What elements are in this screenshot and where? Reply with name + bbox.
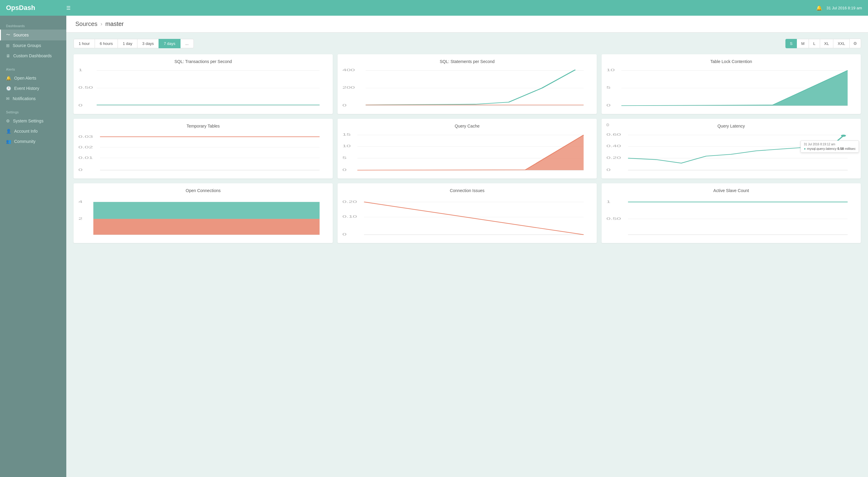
tooltip-dot: ● [804,147,806,150]
chart-area-temp-tables: 0.03 0.02 0.01 0 [79,131,328,174]
breadcrumb-separator: › [100,21,102,27]
sidebar-item-open-alerts[interactable]: 🔔 Open Alerts [0,73,66,83]
sidebar-label-community: Community [14,139,36,144]
svg-text:0.01: 0.01 [79,156,93,160]
breadcrumb-parent[interactable]: Sources [75,21,97,27]
size-btn-l[interactable]: L [809,39,820,48]
time-btn-6hours[interactable]: 6 hours [95,39,118,48]
sidebar: Dashboards 〜 Sources ⊞ Source Groups 🖥 C… [0,16,66,477]
chart-grid: SQL: Transactions per Second 1 0.50 0 [73,54,861,243]
svg-text:4: 4 [79,200,83,204]
bell-icon[interactable]: 🔔 [816,5,822,11]
mail-icon: ✉ [6,96,10,101]
chart-area-open-connections: 4 2 [79,196,328,238]
chart-settings-icon[interactable]: ⚙ [606,122,610,127]
chart-open-connections: Open Connections 4 2 [73,183,333,243]
chart-title-connection-issues: Connection Issues [342,188,592,193]
chart-title-open-connections: Open Connections [79,188,328,193]
svg-text:200: 200 [342,86,355,90]
chart-title-temp-tables: Temporary Tables [79,124,328,128]
svg-text:5: 5 [342,156,347,160]
sidebar-item-sources[interactable]: 〜 Sources [0,30,66,40]
sidebar-label-account-info: Account Info [14,129,38,133]
chart-title-active-slave-count: Active Slave Count [607,188,856,193]
chart-table-lock: Table Lock Contention 10 5 0 [601,54,861,114]
svg-text:0.20: 0.20 [607,156,621,160]
svg-text:0.03: 0.03 [79,135,93,139]
chart-tooltip: 31 Jul 2016 8:19:12 am ●mysql.query-late… [801,141,859,153]
chart-query-latency: ⚙ Query Latency 31 Jul 2016 8:19:12 am ●… [601,119,861,179]
time-btn-3days[interactable]: 3 days [137,39,159,48]
chart-sql-sps: SQL: Statements per Second 400 200 0 [338,54,597,114]
time-range-toolbar: 1 hour 6 hours 1 day 3 days 7 days ... S… [73,38,861,48]
main-layout: Dashboards 〜 Sources ⊞ Source Groups 🖥 C… [0,16,868,477]
menu-icon[interactable]: ☰ [66,5,70,11]
bell-alert-icon: 🔔 [6,76,11,81]
header: OpsDash ☰ 🔔 31 Jul 2016 8:19 am [0,0,868,16]
chart-temp-tables: Temporary Tables 0.03 0.02 0.01 0 [73,119,333,179]
tooltip-metric: ●mysql.query-latency 0.58 millisec [804,147,856,150]
chart-title-sql-tps: SQL: Transactions per Second [79,59,328,64]
community-icon: 👥 [6,139,11,144]
svg-text:2: 2 [79,217,83,221]
size-btn-xl[interactable]: XL [820,39,834,48]
size-btn-group: S M L XL XXL ⚙ [785,38,861,48]
svg-text:10: 10 [342,144,351,148]
monitor-icon: 🖥 [6,53,10,58]
history-icon: 🕐 [6,86,11,91]
chart-area-active-slave-count: 1 0.50 [607,196,856,238]
sidebar-item-event-history[interactable]: 🕐 Event History [0,83,66,93]
svg-text:1: 1 [79,68,83,72]
sidebar-label-sources: Sources [13,33,29,37]
sidebar-item-community[interactable]: 👥 Community [0,136,66,147]
svg-text:0.50: 0.50 [607,217,621,221]
grid-icon: ⊞ [6,43,10,48]
svg-text:0: 0 [342,103,347,107]
chart-title-query-cache: Query Cache [342,124,592,128]
chart-area-query-latency: 31 Jul 2016 8:19:12 am ●mysql.query-late… [607,131,856,174]
svg-text:0: 0 [342,168,347,172]
chart-connection-issues: Connection Issues 0.20 0.10 0 [338,183,597,243]
size-btn-m[interactable]: M [797,39,809,48]
chart-title-table-lock: Table Lock Contention [607,59,856,64]
svg-text:10: 10 [607,68,615,72]
size-btn-xxl[interactable]: XXL [833,39,849,48]
gear-icon: ⚙ [6,119,10,123]
chart-area-sql-tps: 1 0.50 0 [79,67,328,109]
svg-text:1: 1 [607,200,611,204]
sidebar-label-system-settings: System Settings [13,119,43,123]
time-btn-7days[interactable]: 7 days [158,39,180,48]
sidebar-label-event-history: Event History [14,86,39,91]
svg-text:400: 400 [342,68,355,72]
sidebar-label-source-groups: Source Groups [13,43,41,48]
sidebar-section-settings: Settings [0,107,66,116]
sidebar-item-system-settings[interactable]: ⚙ System Settings [0,116,66,126]
time-btn-1day[interactable]: 1 day [118,39,137,48]
svg-text:5: 5 [607,86,611,90]
chart-query-cache: Query Cache 15 10 5 0 [338,119,597,179]
user-icon: 👤 [6,129,11,133]
tooltip-datetime: 31 Jul 2016 8:19:12 am [804,143,856,146]
size-btn-s[interactable]: S [785,39,797,48]
chart-settings-button[interactable]: ⚙ [849,38,861,48]
svg-text:15: 15 [342,133,351,137]
svg-text:0.02: 0.02 [79,146,93,149]
svg-text:0.10: 0.10 [342,215,357,218]
svg-text:0: 0 [79,168,83,172]
sidebar-label-open-alerts: Open Alerts [14,76,36,81]
time-btn-1hour[interactable]: 1 hour [73,39,95,48]
chart-active-slave-count: Active Slave Count 1 0.50 [601,183,861,243]
time-btn-more[interactable]: ... [180,39,194,48]
content-area: 1 hour 6 hours 1 day 3 days 7 days ... S… [66,33,868,477]
chart-sql-tps: SQL: Transactions per Second 1 0.50 0 [73,54,333,114]
sidebar-item-custom-dashboards[interactable]: 🖥 Custom Dashboards [0,51,66,61]
logo: OpsDash [6,4,66,12]
sidebar-item-source-groups[interactable]: ⊞ Source Groups [0,40,66,51]
svg-text:0: 0 [79,103,83,107]
sidebar-item-account-info[interactable]: 👤 Account Info [0,126,66,136]
sidebar-item-notifications[interactable]: ✉ Notifications [0,93,66,104]
svg-text:0.60: 0.60 [607,133,621,137]
chart-area-connection-issues: 0.20 0.10 0 [342,196,592,238]
svg-text:0: 0 [607,168,611,172]
breadcrumb-current: master [105,21,124,27]
